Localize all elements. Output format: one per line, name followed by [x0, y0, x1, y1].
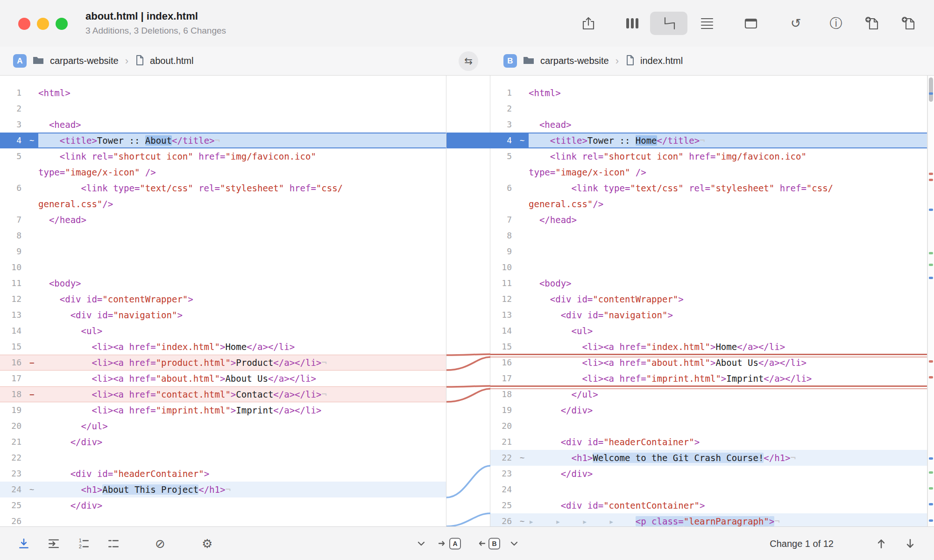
code-row[interactable]: 24~ <h1>About This Project</h1>¬ — [0, 482, 446, 497]
reader-view-button[interactable] — [741, 13, 761, 34]
code-row[interactable]: general.css"/> — [0, 196, 446, 212]
code-row[interactable]: 3 <head> — [490, 117, 927, 133]
copy-to-a-button[interactable]: A — [438, 538, 461, 549]
wrap-lines-button[interactable] — [48, 538, 60, 550]
filter-dropdown-button[interactable] — [417, 539, 425, 548]
code-row[interactable]: 1<html> — [0, 85, 446, 101]
code-row[interactable]: 4~ <title>Tower :: About</title>¬ — [0, 133, 446, 148]
code-row[interactable]: type="image/x-icon" /> — [490, 164, 927, 180]
minimize-button[interactable] — [37, 18, 49, 30]
code-row[interactable]: 24 — [490, 482, 927, 497]
minimap-tick[interactable] — [929, 471, 933, 474]
minimap-tick[interactable] — [929, 376, 933, 378]
line-numbers-button[interactable]: 12 — [78, 538, 90, 550]
code-row[interactable]: 26~▸ ▸ ▸ ▸ <p class="learnParagraph">¬ — [490, 513, 927, 526]
code-row[interactable]: 23 </div> — [490, 466, 927, 482]
code-row[interactable]: 8 — [0, 228, 446, 244]
code-row[interactable]: 2 — [490, 101, 927, 117]
code-row[interactable]: 25 <div id="contentContainer"> — [490, 497, 927, 513]
code-row[interactable]: 8 — [490, 228, 927, 244]
scrollbar-thumb[interactable] — [929, 77, 933, 102]
code-row[interactable]: 10 — [490, 259, 927, 275]
code-row[interactable]: 13 <div id="navigation"> — [490, 307, 927, 323]
code-row[interactable]: 3 <head> — [0, 117, 446, 133]
code-row[interactable]: 13 <div id="navigation"> — [0, 307, 446, 323]
code-row[interactable]: 19 </div> — [490, 402, 927, 418]
code-row[interactable]: 20 </ul> — [0, 418, 446, 434]
blocks-view-button[interactable] — [622, 13, 643, 34]
unified-view-button[interactable] — [697, 13, 717, 34]
code-row[interactable]: 9 — [490, 244, 927, 259]
code-row[interactable]: 7 </head> — [0, 212, 446, 228]
code-row[interactable]: 19 <li><a href="imprint.html">Imprint</a… — [0, 402, 446, 418]
code-row[interactable]: 7 </head> — [490, 212, 927, 228]
minimap-tick[interactable] — [929, 503, 933, 505]
history-button[interactable]: ↺ — [785, 13, 806, 34]
code-row[interactable]: type="image/x-icon" /> — [0, 164, 446, 180]
code-row[interactable]: 2 — [0, 101, 446, 117]
jump-to-change-button[interactable] — [18, 538, 30, 550]
new-comparison-b-button[interactable] — [899, 13, 919, 34]
code-row[interactable]: 4~ <title>Tower :: Home</title>¬ — [490, 133, 927, 148]
code-row[interactable]: 5 <link rel="shortcut icon" href="img/fa… — [0, 148, 446, 164]
code-row[interactable]: 21 <div id="headerContainer"> — [490, 434, 927, 450]
share-button[interactable] — [578, 13, 599, 34]
code-row[interactable]: 22 — [0, 450, 446, 466]
file-pane-a[interactable]: 1<html>23 <head>4~ <title>Tower :: About… — [0, 76, 446, 526]
code-row[interactable]: 12 <div id="contentWrapper"> — [490, 291, 927, 307]
code-row[interactable]: 17 <li><a href="imprint.html">Imprint</a… — [490, 371, 927, 386]
copy-to-b-button[interactable]: B — [477, 538, 500, 549]
new-comparison-a-button[interactable] — [862, 13, 883, 34]
minimap-tick[interactable] — [929, 519, 933, 522]
minimap-tick[interactable] — [929, 457, 933, 460]
code-row[interactable]: 18− <li><a href="contact.html">Contact</… — [0, 386, 446, 402]
code-row[interactable]: 5 <link rel="shortcut icon" href="img/fa… — [490, 148, 927, 164]
fluid-view-button[interactable] — [659, 13, 680, 34]
next-change-button[interactable] — [904, 538, 916, 550]
minimap-tick[interactable] — [929, 179, 933, 181]
code-row[interactable]: 11 <body> — [490, 275, 927, 291]
breadcrumb-file-b[interactable]: index.html — [640, 56, 683, 66]
code-row[interactable]: 1<html> — [490, 85, 927, 101]
swap-files-button[interactable]: ⇆ — [459, 51, 478, 71]
info-button[interactable]: ⓘ — [826, 13, 846, 34]
code-row[interactable]: 6 <link type="text/css" rel="stylesheet"… — [0, 180, 446, 196]
code-row[interactable]: 12 <div id="contentWrapper"> — [0, 291, 446, 307]
previous-change-button[interactable] — [875, 538, 887, 550]
code-row[interactable]: 21 </div> — [0, 434, 446, 450]
breadcrumb-file-a[interactable]: about.html — [150, 56, 193, 66]
code-row[interactable]: 26 — [0, 513, 446, 526]
minimap-tick[interactable] — [929, 264, 933, 266]
compact-blocks-button[interactable] — [107, 538, 120, 550]
minimap-tick[interactable] — [929, 209, 933, 211]
code-row[interactable]: 16− <li><a href="product.html">Product</… — [0, 355, 446, 371]
minimap-tick[interactable] — [929, 92, 933, 95]
code-row[interactable]: 10 — [0, 259, 446, 275]
minimap-tick[interactable] — [929, 173, 933, 175]
minimap-tick[interactable] — [929, 487, 933, 490]
code-row[interactable]: 20 — [490, 418, 927, 434]
breadcrumb-folder-a[interactable]: carparts-website — [50, 56, 119, 66]
code-row[interactable]: 17 <li><a href="about.html">About Us</a>… — [0, 371, 446, 386]
settings-button[interactable]: ⚙ — [202, 538, 212, 550]
zoom-button[interactable] — [56, 18, 68, 30]
code-row[interactable]: general.css"/> — [490, 196, 927, 212]
minimap[interactable] — [927, 76, 934, 526]
breadcrumb-folder-b[interactable]: carparts-website — [540, 56, 609, 66]
code-row[interactable]: 14 <ul> — [0, 323, 446, 339]
code-row[interactable]: 14 <ul> — [490, 323, 927, 339]
code-row[interactable]: 11 <body> — [0, 275, 446, 291]
code-row[interactable]: 22~ <h1>Welcome to the Git Crash Course!… — [490, 450, 927, 466]
code-row[interactable]: 25 </div> — [0, 497, 446, 513]
code-row[interactable]: 23 <div id="headerContainer"> — [0, 466, 446, 482]
code-row[interactable]: 15 <li><a href="index.html">Home</a></li… — [0, 339, 446, 355]
close-button[interactable] — [18, 18, 30, 30]
minimap-tick[interactable] — [929, 277, 933, 279]
ignore-pattern-button[interactable]: ⊘ — [155, 538, 165, 550]
file-pane-b[interactable]: 1<html>23 <head>4~ <title>Tower :: Home<… — [490, 76, 927, 526]
minimap-tick[interactable] — [929, 252, 933, 254]
actions-dropdown-button[interactable] — [510, 539, 518, 548]
code-row[interactable]: 15 <li><a href="index.html">Home</a></li… — [490, 339, 927, 355]
code-row[interactable]: 9 — [0, 244, 446, 259]
minimap-tick[interactable] — [929, 360, 933, 363]
